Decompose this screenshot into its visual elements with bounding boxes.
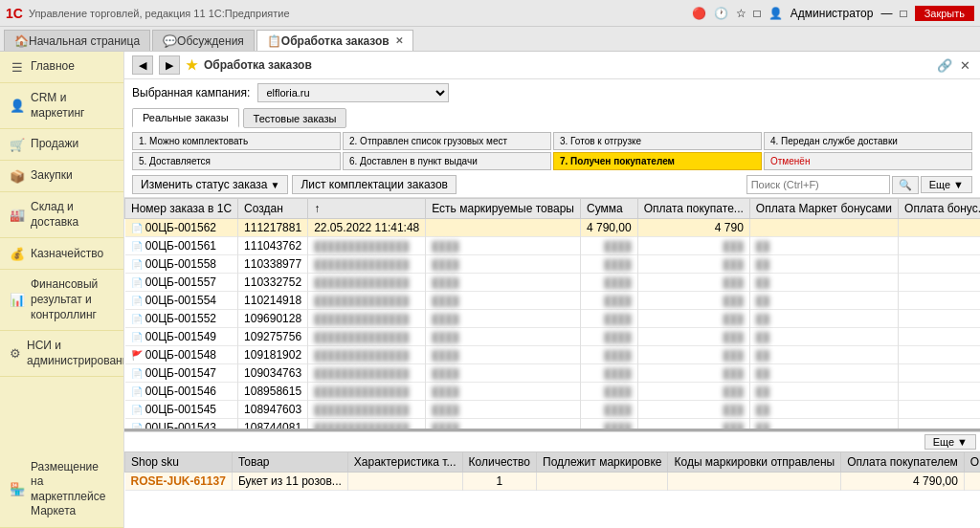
sidebar-item-treasury[interactable]: 💰 Казначейство [0, 238, 123, 270]
sidebar-item-purchases[interactable]: 📦 Закупки [0, 161, 123, 192]
orders-icon: 📋 [267, 34, 281, 48]
detail-table-container[interactable]: Shop sku Товар Характеристика т... Колич… [124, 451, 980, 528]
cell-date: ██████████████ [308, 310, 426, 328]
table-row[interactable]: 📄 00ЦБ-001561 111043762 ██████████████ █… [125, 237, 981, 255]
home-icon: 🏠 [14, 34, 29, 48]
status-btn-7[interactable]: 7. Получен покупателем [553, 152, 762, 170]
orders-table-container[interactable]: Номер заказа в 1С Создан ↑ Есть маркируе… [124, 198, 980, 431]
user-icon[interactable]: 👤 [768, 7, 783, 20]
sidebar-label-purchases: Закупки [31, 168, 73, 184]
bottom-more-button[interactable]: Еще ▼ [924, 434, 976, 450]
search-input[interactable] [746, 175, 890, 194]
table-row[interactable]: 📄 00ЦБ-001547 109034763 ██████████████ █… [125, 364, 981, 383]
cell-buyer-pay: ███ [637, 237, 749, 255]
sidebar-item-crm[interactable]: 👤 CRM и маркетинг [0, 83, 123, 129]
cell-created: 110214918 [238, 292, 308, 310]
sidebar-item-warehouse[interactable]: 🏭 Склад и доставка [0, 192, 123, 238]
table-row[interactable]: 📄 00ЦБ-001549 109275756 ██████████████ █… [125, 328, 981, 346]
table-row[interactable]: 📄 00ЦБ-001558 110338977 ██████████████ █… [125, 255, 981, 274]
back-button[interactable]: ◀ [132, 55, 153, 75]
tab-close-icon[interactable]: ✕ [395, 35, 403, 46]
tab-home[interactable]: 🏠 Начальная страница [4, 30, 150, 51]
cell-date: ██████████████ [308, 401, 426, 419]
cell-sum: ████ [580, 419, 637, 432]
cell-created: 109275756 [238, 328, 308, 346]
cell-buyer-pay: ███ [637, 310, 749, 328]
sidebar-label-marketplace: Размещение на маркетплейсе Маркета [31, 460, 114, 519]
cell-sum: ████ [580, 292, 637, 310]
cell-market-bonus: ██ [749, 274, 898, 292]
favorite-star-icon[interactable]: ★ [186, 57, 198, 73]
detail-table-row[interactable]: ROSE-JUK-61137 Букет из 11 розов... 1 4 … [125, 473, 981, 491]
table-row[interactable]: 📄 00ЦБ-001557 110332752 ██████████████ █… [125, 274, 981, 292]
det-cell-sku: ROSE-JUK-61137 [125, 473, 233, 491]
close-form-icon[interactable]: ✕ [958, 56, 972, 75]
table-row[interactable]: 📄 00ЦБ-001552 109690128 ██████████████ █… [125, 310, 981, 328]
det-col-buyer-pay: Оплата покупателем [841, 452, 965, 473]
minimize-icon[interactable]: — [880, 7, 892, 20]
status-btn-2[interactable]: 2. Отправлен список грузовых мест [343, 132, 551, 150]
status-btn-6[interactable]: 6. Доставлен в пункт выдачи [343, 152, 551, 170]
sidebar-item-sales[interactable]: 🛒 Продажи [0, 129, 123, 161]
row-icon: 🚩 [131, 350, 143, 361]
col-created: Создан [238, 199, 308, 219]
table-row[interactable]: 📄 00ЦБ-001546 108958615 ██████████████ █… [125, 383, 981, 401]
det-cell-qty: 1 [462, 473, 536, 491]
purchases-icon: 📦 [10, 168, 25, 184]
cell-bonus-pay [899, 292, 980, 310]
cell-sum: 4 790,00 [580, 219, 637, 237]
row-icon: 📄 [131, 386, 143, 397]
link-icon[interactable]: 🔗 [935, 56, 954, 75]
sidebar-label-sales: Продажи [31, 137, 78, 152]
sidebar-label-warehouse: Склад и доставка [31, 200, 114, 230]
campaign-select[interactable]: elfloria.ru [257, 83, 449, 102]
cell-marked: ████ [426, 255, 581, 274]
status-btn-cancelled[interactable]: Отменён [764, 152, 972, 170]
star-icon[interactable]: ☆ [736, 7, 746, 20]
cell-market-bonus: ██ [749, 364, 898, 383]
content-area: ◀ ▶ ★ Обработка заказов 🔗 ✕ Выбранная ка… [124, 52, 980, 528]
search-box: 🔍 Еще ▼ [746, 175, 972, 194]
picking-list-button[interactable]: Лист комплектации заказов [292, 175, 457, 194]
cell-created: 109034763 [238, 364, 308, 383]
bookmark-icon[interactable]: □ [754, 7, 761, 20]
col-market-bonus: Оплата Маркет бонусами [749, 199, 898, 219]
more-button[interactable]: Еще ▼ [921, 176, 972, 193]
status-btn-1[interactable]: 1. Можно комплектовать [132, 132, 341, 150]
table-row[interactable]: 📄 00ЦБ-001543 108744081 ██████████████ █… [125, 419, 981, 432]
table-row[interactable]: 🚩 00ЦБ-001548 109181902 ██████████████ █… [125, 346, 981, 364]
table-row[interactable]: 📄 00ЦБ-001554 110214918 ██████████████ █… [125, 292, 981, 310]
tab-real-orders[interactable]: Реальные заказы [132, 108, 239, 128]
maximize-icon[interactable]: □ [900, 7, 906, 20]
cell-market-bonus: ██ [749, 237, 898, 255]
sidebar-item-marketplace[interactable]: 🏪 Размещение на маркетплейсе Маркета [0, 452, 123, 528]
status-btn-5[interactable]: 5. Доставляется [132, 152, 341, 170]
tab-discussions[interactable]: 💬 Обсуждения [152, 30, 255, 51]
table-row[interactable]: 📄 00ЦБ-001545 108947603 ██████████████ █… [125, 401, 981, 419]
status-btn-3[interactable]: 3. Готов к отгрузке [553, 132, 762, 150]
search-button[interactable]: 🔍 [892, 176, 919, 194]
status-btn-4[interactable]: 4. Передан службе доставки [764, 132, 972, 150]
table-row[interactable]: 📄 00ЦБ-001562 111217881 22.05.2022 11:41… [125, 219, 981, 237]
tab-orders[interactable]: 📋 Обработка заказов ✕ [256, 30, 413, 51]
sidebar-item-finance[interactable]: 📊 Финансовый результат и контроллинг [0, 270, 123, 331]
tab-bar: 🏠 Начальная страница 💬 Обсуждения 📋 Обра… [0, 27, 980, 52]
cell-market-bonus: ██ [749, 401, 898, 419]
cell-date: ██████████████ [308, 328, 426, 346]
notification-icon[interactable]: 🔴 [692, 7, 706, 20]
close-button[interactable]: Закрыть [915, 6, 974, 21]
cell-num: 📄 00ЦБ-001552 [125, 310, 238, 328]
det-col-sku: Shop sku [125, 452, 233, 473]
cell-created: 108947603 [238, 401, 308, 419]
cell-date: ██████████████ [308, 292, 426, 310]
col-date[interactable]: ↑ [308, 199, 426, 219]
tab-test-orders[interactable]: Тестовые заказы [243, 108, 347, 128]
clock-icon[interactable]: 🕐 [714, 7, 728, 20]
forward-button[interactable]: ▶ [159, 55, 180, 75]
sidebar-item-main[interactable]: ☰ Главное [0, 52, 123, 83]
change-status-button[interactable]: Изменить статус заказа ▼ [132, 175, 288, 194]
cell-marked: ████ [426, 310, 581, 328]
admin-label: Администратор [791, 7, 874, 20]
cell-created: 108958615 [238, 383, 308, 401]
sidebar-item-nsi[interactable]: ⚙ НСИ и администрирование [0, 331, 123, 377]
